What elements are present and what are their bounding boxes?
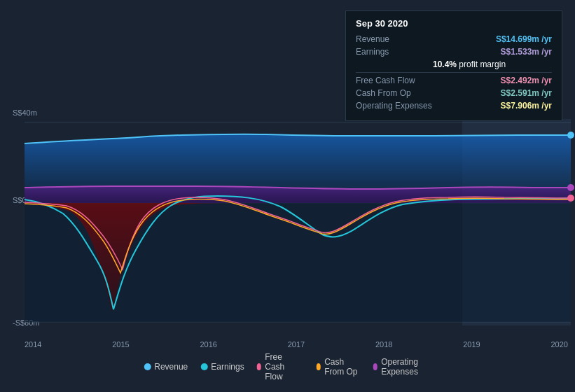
legend-cashfromop-dot xyxy=(317,363,321,370)
tooltip-margin-value: 10.4% xyxy=(433,59,457,69)
chart-legend: Revenue Earnings Free Cash Flow Cash Fro… xyxy=(144,352,431,382)
tooltip-divider xyxy=(356,72,552,73)
tooltip-opex-label: Operating Expenses xyxy=(356,101,433,111)
legend-cashfromop[interactable]: Cash From Op xyxy=(317,357,361,377)
tooltip-cashfromop-label: Cash From Op xyxy=(356,88,433,98)
legend-revenue[interactable]: Revenue xyxy=(144,362,188,372)
x-label-2017: 2017 xyxy=(288,340,305,349)
x-label-2020: 2020 xyxy=(551,340,568,349)
legend-opex-dot xyxy=(373,363,378,370)
tooltip-earnings-value: S$1.533m /yr xyxy=(501,47,552,57)
tooltip-panel: Sep 30 2020 Revenue S$14.699m /yr Earnin… xyxy=(345,10,562,121)
opex-area xyxy=(25,186,571,203)
legend-earnings[interactable]: Earnings xyxy=(200,362,244,372)
x-label-2016: 2016 xyxy=(200,340,217,349)
x-label-2019: 2019 xyxy=(463,340,480,349)
tooltip-fcf-row: Free Cash Flow S$2.492m /yr xyxy=(356,76,552,85)
tooltip-cashfromop-value: S$2.591m /yr xyxy=(501,88,552,98)
legend-revenue-dot xyxy=(144,363,151,370)
legend-earnings-label: Earnings xyxy=(211,362,244,372)
x-label-2014: 2014 xyxy=(25,340,41,349)
legend-opex[interactable]: Operating Expenses xyxy=(373,357,431,377)
opex-end-dot xyxy=(567,184,574,191)
legend-fcf[interactable]: Free Cash Flow xyxy=(257,352,304,382)
legend-fcf-label: Free Cash Flow xyxy=(265,352,303,382)
tooltip-fcf-value: S$2.492m /yr xyxy=(501,76,552,85)
legend-revenue-label: Revenue xyxy=(154,362,188,372)
tooltip-date: Sep 30 2020 xyxy=(356,18,552,29)
tooltip-earnings-row: Earnings S$1.533m /yr xyxy=(356,47,552,57)
tooltip-revenue-row: Revenue S$14.699m /yr xyxy=(356,34,552,44)
legend-earnings-dot xyxy=(200,363,207,370)
revenue-end-dot xyxy=(567,132,574,139)
legend-fcf-dot xyxy=(257,363,262,370)
tooltip-earnings-label: Earnings xyxy=(356,47,433,57)
legend-opex-label: Operating Expenses xyxy=(381,357,431,377)
tooltip-revenue-label: Revenue xyxy=(356,34,433,44)
fcf-end-dot xyxy=(567,195,574,202)
tooltip-revenue-value: S$14.699m /yr xyxy=(496,34,552,44)
x-axis: 2014 2015 2016 2017 2018 2019 2020 xyxy=(25,340,568,349)
x-label-2015: 2015 xyxy=(112,340,129,349)
legend-cashfromop-label: Cash From Op xyxy=(324,357,360,377)
tooltip-opex-row: Operating Expenses S$7.906m /yr xyxy=(356,101,552,111)
x-label-2018: 2018 xyxy=(375,340,392,349)
tooltip-margin: 10.4% profit margin xyxy=(356,59,552,69)
tooltip-fcf-label: Free Cash Flow xyxy=(356,76,433,85)
tooltip-cashfromop-row: Cash From Op S$2.591m /yr xyxy=(356,88,552,98)
tooltip-opex-value: S$7.906m /yr xyxy=(501,101,552,111)
